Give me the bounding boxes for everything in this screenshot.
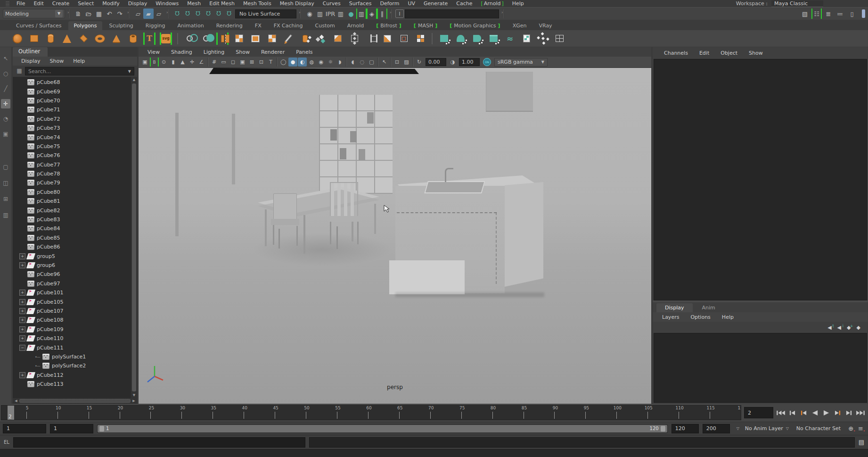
- outliner-item[interactable]: + pCube109: [13, 325, 131, 334]
- menu-set-selector[interactable]: Modeling ▼: [3, 9, 65, 18]
- anim-control-icon[interactable]: ≡•: [858, 425, 863, 432]
- shelf-tab[interactable]: Rigging: [140, 21, 171, 30]
- layer-editor-tab[interactable]: Anim: [694, 303, 724, 312]
- viewport-toolbar-icon[interactable]: ▲: [178, 58, 187, 66]
- character-set-selector[interactable]: No Character Set: [794, 425, 843, 432]
- viewport-toolbar-icon[interactable]: ▮: [169, 58, 178, 66]
- shelf-button[interactable]: [438, 33, 450, 45]
- color-management-toggle[interactable]: ON: [483, 58, 491, 66]
- shelf-button[interactable]: [233, 33, 245, 45]
- anim-layer-selector[interactable]: No Anim Layer ▽: [743, 425, 791, 432]
- viewport-toolbar-icon[interactable]: ▭: [219, 58, 228, 66]
- outliner-horizontal-scrollbar[interactable]: ◀ ▶: [13, 398, 137, 404]
- shelf-button[interactable]: [11, 33, 24, 45]
- shelf-button[interactable]: [127, 33, 139, 45]
- filter-icon[interactable]: ▦: [16, 67, 23, 75]
- layer-action-icon[interactable]: ◀t: [827, 324, 831, 331]
- menu-item[interactable]: Edit: [29, 0, 48, 7]
- group-separator[interactable]: [501, 9, 505, 18]
- menu-item[interactable]: Deform: [376, 0, 403, 7]
- viewport-toolbar-icon[interactable]: [411, 58, 414, 66]
- shelf-button[interactable]: [266, 33, 278, 45]
- gamma-icon[interactable]: ◑: [448, 58, 457, 66]
- timeline-ruler[interactable]: 2 51015202530354045505560657075808590951…: [1, 405, 741, 420]
- command-output[interactable]: [309, 437, 855, 448]
- shelf-button[interactable]: [183, 33, 196, 45]
- outliner-item[interactable]: polySurface1: [13, 352, 131, 361]
- outliner-menu-item[interactable]: Show: [46, 58, 68, 64]
- menu-item[interactable]: Create: [48, 0, 74, 7]
- shelf-button[interactable]: ≈: [504, 33, 516, 45]
- layout-shortcut-button[interactable]: ⊞: [1, 194, 10, 204]
- viewport-toolbar-icon[interactable]: [206, 58, 209, 66]
- outliner-item[interactable]: pCube79: [13, 178, 131, 187]
- playback-button[interactable]: [844, 408, 854, 417]
- range-end-handle[interactable]: [661, 426, 665, 432]
- expand-toggle-icon[interactable]: +: [19, 335, 25, 341]
- outliner-item[interactable]: + pCube110: [13, 334, 131, 343]
- render-icon[interactable]: IPR: [325, 8, 336, 19]
- shelf-tab[interactable]: XGen: [507, 21, 532, 30]
- shelf-tab[interactable]: Curves / Surfaces: [10, 21, 67, 30]
- outliner-item[interactable]: − pCube111: [13, 343, 131, 352]
- layer-editor-menu-item[interactable]: Help: [717, 314, 738, 320]
- exposure-field[interactable]: 0.00: [426, 58, 446, 66]
- layer-list[interactable]: [654, 333, 867, 403]
- snap-icon[interactable]: Ω: [172, 8, 182, 19]
- outliner-item[interactable]: + pCube101: [13, 288, 131, 297]
- chevron-down-icon[interactable]: ▼: [128, 69, 131, 74]
- group-separator[interactable]: [67, 9, 71, 18]
- outliner-item[interactable]: pCube71: [13, 105, 131, 114]
- outliner-search-input[interactable]: Search... ▼: [25, 67, 134, 75]
- outliner-item[interactable]: pCube74: [13, 133, 131, 141]
- playback-button[interactable]: [821, 408, 831, 417]
- scroll-left-icon[interactable]: ◀: [13, 399, 19, 403]
- outliner-item[interactable]: pCube73: [13, 124, 131, 133]
- file-icon[interactable]: ↶: [104, 8, 115, 19]
- viewport-toolbar-icon[interactable]: ⊞: [247, 58, 256, 66]
- tool-button[interactable]: ○: [1, 69, 10, 78]
- group-separator[interactable]: [127, 9, 131, 18]
- expand-toggle-icon[interactable]: +: [19, 262, 25, 268]
- expand-toggle-icon[interactable]: −: [19, 345, 25, 351]
- range-slider-track[interactable]: 1 120: [97, 424, 668, 433]
- viewport-toolbar-icon[interactable]: [345, 58, 348, 66]
- outliner-item[interactable]: pCube86: [13, 242, 131, 251]
- snap-icon[interactable]: Ω: [182, 8, 193, 19]
- shelf-tab[interactable]: Rendering: [211, 21, 248, 30]
- shelf-button[interactable]: [44, 33, 57, 45]
- outliner-item[interactable]: + group5: [13, 251, 131, 260]
- shelf-button[interactable]: svg: [160, 33, 172, 45]
- shelf-button[interactable]: [381, 33, 393, 45]
- outliner-item[interactable]: pCube70: [13, 96, 131, 105]
- group-separator[interactable]: [299, 9, 302, 18]
- outliner-menu-item[interactable]: Help: [69, 58, 89, 64]
- viewport-canvas[interactable]: persp: [139, 68, 651, 404]
- menu-item[interactable]: Mesh Display: [276, 0, 319, 7]
- playback-button[interactable]: [787, 408, 797, 417]
- tool-button[interactable]: ◔: [1, 114, 10, 124]
- outliner-item[interactable]: + pCube112: [13, 371, 131, 380]
- scroll-right-icon[interactable]: ▶: [131, 399, 137, 403]
- shelf-button[interactable]: [94, 33, 106, 45]
- layer-editor-tab[interactable]: Display: [656, 303, 693, 312]
- shelf-button[interactable]: [348, 33, 360, 45]
- menu-item[interactable]: Surfaces: [345, 0, 376, 7]
- shelf-button[interactable]: [282, 33, 295, 45]
- menu-item[interactable]: Help: [508, 0, 528, 7]
- menu-item[interactable]: Curves: [319, 0, 345, 7]
- outliner-vertical-scrollbar[interactable]: ▲ ▼: [131, 77, 137, 398]
- shelf-tab[interactable]: Arnold: [342, 21, 370, 30]
- menu-item[interactable]: Cache: [452, 0, 476, 7]
- outliner-item[interactable]: + pCube107: [13, 307, 131, 316]
- playback-start-field[interactable]: 1: [50, 424, 93, 433]
- current-frame-field[interactable]: 2: [744, 407, 773, 418]
- menu-item[interactable]: Select: [74, 0, 98, 7]
- tool-button[interactable]: ✛: [1, 99, 10, 108]
- script-editor-icon[interactable]: ▤: [859, 439, 864, 446]
- mel-label[interactable]: EL: [4, 440, 9, 445]
- shelf-button[interactable]: [249, 33, 262, 45]
- menu-item[interactable]: Mesh Tools: [239, 0, 276, 7]
- menu-item[interactable]: Windows: [151, 0, 183, 7]
- shelf-button[interactable]: [454, 33, 467, 45]
